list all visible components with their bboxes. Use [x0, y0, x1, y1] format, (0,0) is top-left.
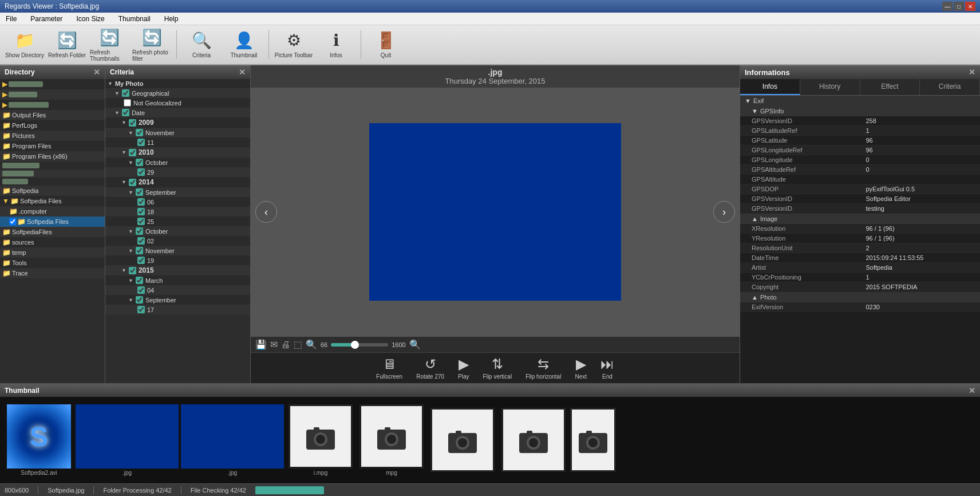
toolbar-refresh-folder[interactable]: 🔄 Refresh Folder [47, 27, 87, 62]
criteria-day-check[interactable] [137, 139, 145, 146]
toolbar-show-directory[interactable]: 📁 Show Directory [5, 27, 45, 62]
image-section-header[interactable]: ▲ Image [740, 214, 980, 224]
zoom-out-icon[interactable]: 🔍 [306, 339, 317, 350]
zoom-slider[interactable] [331, 343, 388, 347]
dir-item-tools[interactable]: 📁 Tools [0, 258, 105, 268]
criteria-day-18[interactable]: 18 [105, 207, 250, 216]
criteria-day-check[interactable] [137, 257, 145, 264]
criteria-day-19[interactable]: 19 [105, 255, 250, 265]
criteria-geographical[interactable]: ▼ Geographical [105, 88, 250, 98]
menu-parameter[interactable]: Parameter [27, 14, 66, 24]
criteria-day-04[interactable]: 04 [105, 285, 250, 295]
toolbar-quit[interactable]: 🚪 Quit [366, 27, 406, 62]
criteria-geographical-check[interactable] [122, 89, 129, 97]
dir-item[interactable] [0, 178, 105, 186]
criteria-day-check[interactable] [137, 208, 145, 215]
tab-criteria[interactable]: Criteria [920, 79, 980, 95]
fullscreen-button[interactable]: 🖥 Fullscreen [376, 356, 402, 380]
close-button[interactable]: ✕ [965, 2, 975, 11]
next-action-button[interactable]: ▶ Next [575, 356, 587, 380]
criteria-date[interactable]: ▼ Date [105, 108, 250, 117]
criteria-2014-check[interactable] [129, 179, 136, 186]
next-button[interactable]: › [713, 201, 735, 223]
dir-item[interactable] [0, 170, 105, 178]
dir-item-pictures[interactable]: 📁 Pictures [0, 131, 105, 141]
thumbnail-item[interactable] [428, 408, 497, 473]
criteria-nov2014-check[interactable] [136, 247, 143, 254]
dir-item-temp[interactable]: 📁 temp [0, 247, 105, 258]
criteria-day-02[interactable]: 02 [105, 236, 250, 246]
prev-button[interactable]: ‹ [255, 201, 277, 223]
criteria-day-check[interactable] [137, 198, 145, 206]
criteria-2015[interactable]: ▼ 2015 [105, 265, 250, 275]
email-icon[interactable]: ✉ [270, 339, 278, 350]
criteria-october-2014[interactable]: ▼ October [105, 226, 250, 236]
criteria-september-2015[interactable]: ▼ September [105, 295, 250, 305]
criteria-march-check[interactable] [136, 277, 143, 284]
criteria-2009-check[interactable] [129, 119, 136, 127]
criteria-2009[interactable]: ▼ 2009 [105, 117, 250, 128]
thumbnail-item[interactable] [570, 408, 616, 473]
toolbar-infos[interactable]: ℹ Infos [316, 27, 356, 62]
criteria-2014[interactable]: ▼ 2014 [105, 177, 250, 187]
dir-item-softpedia-files[interactable]: ▼ 📁 Softpedia Files [0, 196, 105, 206]
flip-vertical-button[interactable]: ⇅ Flip vertical [483, 356, 512, 380]
rotate-button[interactable]: ↺ Rotate 270 [416, 356, 444, 380]
dir-item-softpedia-files-sub[interactable]: 📁 Softpedia Files [0, 216, 105, 227]
criteria-2010[interactable]: ▼ 2010 [105, 147, 250, 158]
dir-item-perflogs[interactable]: 📁 PerfLogs [0, 120, 105, 131]
criteria-september-2014[interactable]: ▼ September [105, 187, 250, 197]
criteria-march-2015[interactable]: ▼ March [105, 275, 250, 285]
dir-item-softpedia[interactable]: 📁 Softpedia [0, 186, 105, 196]
criteria-day-check[interactable] [137, 168, 145, 176]
play-button[interactable]: ▶ Play [458, 356, 469, 380]
toolbar-refresh-thumbnails[interactable]: 🔄 Refresh Thumbnails [89, 27, 129, 62]
maximize-button[interactable]: □ [954, 2, 964, 11]
thumbnail-item[interactable]: S Softpedia2.avi [5, 404, 73, 476]
fit-icon[interactable]: ⬚ [294, 339, 302, 350]
dir-item-trace[interactable]: 📁 Trace [0, 268, 105, 278]
print-icon[interactable]: 🖨 [281, 340, 290, 350]
zoom-in-icon[interactable]: 🔍 [409, 339, 421, 350]
dir-item-sources[interactable]: 📁 sources [0, 237, 105, 247]
criteria-day-25[interactable]: 25 [105, 216, 250, 226]
criteria-oct-check[interactable] [136, 159, 143, 166]
menu-file[interactable]: File [2, 14, 20, 24]
thumbnail-item[interactable]: mpg [357, 404, 426, 476]
dir-item-program-files-x86[interactable]: 📁 Program Files (x86) [0, 151, 105, 162]
menu-icon-size[interactable]: Icon Size [73, 14, 108, 24]
toolbar-thumbnail[interactable]: 👤 Thumbnail [224, 27, 264, 62]
criteria-october-2010[interactable]: ▼ October [105, 158, 250, 167]
gpsinfo-section-header[interactable]: ▼ GPSInfo [740, 106, 980, 116]
tab-history[interactable]: History [800, 79, 860, 95]
criteria-november-2009[interactable]: ▼ November [105, 128, 250, 137]
minimize-button[interactable]: — [942, 2, 953, 11]
save-icon[interactable]: 💾 [255, 339, 267, 350]
dir-checkbox[interactable] [9, 218, 16, 225]
criteria-day-check[interactable] [137, 286, 145, 294]
dir-item[interactable]: ▶ [0, 89, 105, 100]
thumbnail-close-button[interactable]: ✕ [969, 386, 975, 395]
flip-horizontal-button[interactable]: ⇆ Flip horizontal [525, 356, 561, 380]
directory-close-button[interactable]: ✕ [93, 68, 100, 77]
thumbnail-item[interactable] [499, 408, 568, 473]
dir-item-program-files[interactable]: 📁 Program Files [0, 141, 105, 151]
criteria-date-check[interactable] [122, 109, 129, 116]
dir-item-softpediafiles[interactable]: 📁 SoftpediaFiles [0, 227, 105, 237]
thumbnail-item[interactable]: i.mpg [286, 404, 355, 476]
criteria-close-button[interactable]: ✕ [239, 68, 246, 77]
criteria-not-geolocalized[interactable]: Not Geolocalized [105, 98, 250, 108]
criteria-day-check[interactable] [137, 306, 145, 313]
thumbnail-item[interactable]: .jpg [76, 404, 179, 476]
criteria-2010-check[interactable] [129, 149, 136, 156]
thumbnail-strip[interactable]: S Softpedia2.avi .jpg .jpg i.mpg [0, 397, 980, 483]
criteria-sep-check[interactable] [136, 188, 143, 196]
criteria-day-11[interactable]: 11 [105, 137, 250, 147]
photo-section-header[interactable]: ▲ Photo [740, 292, 980, 302]
criteria-day-06[interactable]: 06 [105, 197, 250, 207]
info-close-button[interactable]: ✕ [969, 68, 975, 77]
criteria-2015-check[interactable] [129, 267, 136, 274]
criteria-november-2014[interactable]: ▼ November [105, 246, 250, 255]
toolbar-picture-toolbar[interactable]: ⚙ Picture Toolbar [274, 27, 314, 62]
tab-infos[interactable]: Infos [740, 79, 800, 95]
